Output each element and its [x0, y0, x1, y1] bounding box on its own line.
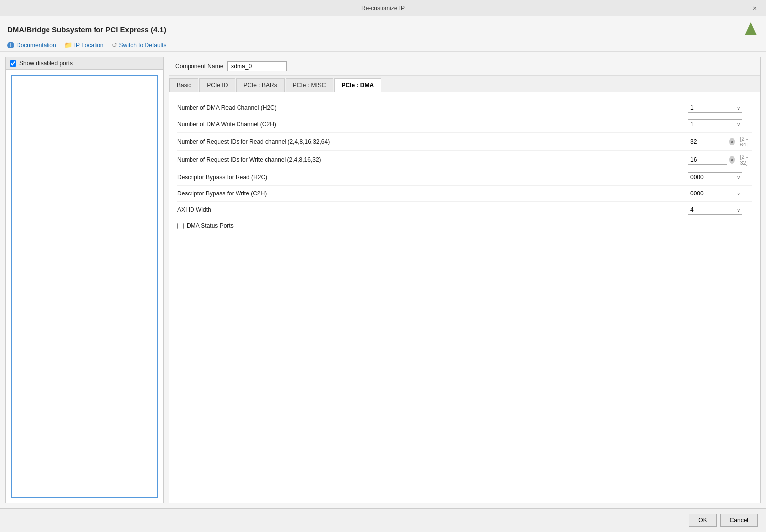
tab-pcie-dma[interactable]: PCIe : DMA	[334, 78, 381, 92]
form-row-desc-bypass-write: Descriptor Bypass for Write (C2H) 0000 0…	[177, 186, 752, 202]
left-panel: Show disabled ports +– +– +– +– +– +– +–…	[5, 57, 164, 503]
ok-button[interactable]: OK	[689, 514, 716, 527]
documentation-button[interactable]: i Documentation	[7, 42, 56, 48]
dma-read-channel-select[interactable]: 1 2 3 4	[688, 103, 742, 113]
folder-icon: 📁	[64, 41, 72, 48]
refresh-icon: ↺	[112, 41, 117, 48]
dma-write-channel-select[interactable]: 1 2 3 4	[688, 119, 742, 129]
dma-status-ports-checkbox[interactable]	[177, 223, 184, 229]
req-ids-write-hint: [2 - 32]	[740, 154, 752, 166]
switch-defaults-label: Switch to Defaults	[119, 42, 167, 48]
tab-basic[interactable]: Basic	[169, 78, 198, 92]
dialog-footer: OK Cancel	[0, 508, 766, 532]
right-panel: Component Name Basic PCIe ID PCIe : BARs…	[169, 57, 761, 503]
dma-read-channel-control: 1 2 3 4	[688, 103, 752, 113]
dma-status-ports-row: DMA Status Ports	[177, 218, 752, 233]
form-row-desc-bypass-read: Descriptor Bypass for Read (H2C) 0000 00…	[177, 169, 752, 186]
axi-id-width-control: 4 8 16	[688, 205, 752, 215]
show-disabled-checkbox[interactable]	[10, 60, 16, 67]
dma-write-channel-select-wrapper: 1 2 3 4	[688, 119, 742, 129]
axi-id-width-label: AXI ID Width	[177, 206, 688, 213]
tab-pcie-misc[interactable]: PCIe : MISC	[286, 78, 334, 92]
form-row-req-ids-write: Number of Request IDs for Write channel …	[177, 151, 752, 169]
tab-content-pcie-dma: Number of DMA Read Channel (H2C) 1 2 3 4	[169, 92, 760, 503]
desc-bypass-read-label: Descriptor Bypass for Read (H2C)	[177, 174, 688, 181]
svg-marker-0	[745, 22, 757, 35]
xilinx-logo-icon	[743, 21, 759, 37]
component-name-label: Component Name	[175, 63, 223, 70]
component-diagram: +– +– +– +– +– +– +– +– +– +– +– +– +– +…	[6, 70, 163, 503]
req-ids-read-control: × [2 - 64]	[688, 136, 752, 147]
component-name-bar: Component Name	[169, 57, 760, 76]
req-ids-read-hint: [2 - 64]	[740, 136, 752, 147]
desc-bypass-write-select[interactable]: 0000 0001 0010 0011	[688, 189, 742, 198]
ip-location-button[interactable]: 📁 IP Location	[64, 41, 104, 48]
axi-id-width-select-wrapper: 4 8 16	[688, 205, 742, 215]
toolbar: i Documentation 📁 IP Location ↺ Switch t…	[7, 41, 759, 48]
show-disabled-label: Show disabled ports	[19, 60, 73, 67]
tabs-bar: Basic PCIe ID PCIe : BARs PCIe : MISC PC…	[169, 76, 760, 92]
tab-pcie-bars[interactable]: PCIe : BARs	[236, 78, 284, 92]
form-row-dma-write-channel: Number of DMA Write Channel (C2H) 1 2 3 …	[177, 116, 752, 133]
axi-id-width-select[interactable]: 4 8 16	[688, 205, 742, 215]
documentation-label: Documentation	[16, 42, 56, 48]
desc-bypass-write-control: 0000 0001 0010 0011	[688, 189, 752, 198]
req-ids-write-input[interactable]	[688, 155, 727, 165]
desc-bypass-read-select-wrapper: 0000 0001 0010 0011	[688, 172, 742, 182]
window-title: Re-customize IP	[16, 5, 750, 12]
dma-write-channel-label: Number of DMA Write Channel (C2H)	[177, 121, 688, 128]
desc-bypass-read-select[interactable]: 0000 0001 0010 0011	[688, 172, 742, 182]
req-ids-write-label: Number of Request IDs for Write channel …	[177, 156, 688, 163]
cancel-button[interactable]: Cancel	[720, 514, 758, 527]
diagram-box: +– +– +– +– +– +– +– +– +– +– +– +– +– +…	[11, 75, 158, 498]
ip-location-label: IP Location	[74, 42, 104, 48]
dma-write-channel-control: 1 2 3 4	[688, 119, 752, 129]
dialog-title-row: DMA/Bridge Subsystem for PCI Express (4.…	[7, 21, 759, 37]
component-name-input[interactable]	[227, 61, 287, 71]
req-ids-read-label: Number of Request IDs for Read channel (…	[177, 138, 688, 145]
dma-read-channel-select-wrapper: 1 2 3 4	[688, 103, 742, 113]
req-ids-read-input[interactable]	[688, 137, 727, 146]
dma-read-channel-label: Number of DMA Read Channel (H2C)	[177, 104, 688, 111]
desc-bypass-write-label: Descriptor Bypass for Write (C2H)	[177, 190, 688, 197]
dialog-window: Re-customize IP × DMA/Bridge Subsystem f…	[0, 0, 766, 532]
form-row-axi-id-width: AXI ID Width 4 8 16	[177, 202, 752, 218]
form-row-req-ids-read: Number of Request IDs for Read channel (…	[177, 133, 752, 151]
req-ids-write-clear-button[interactable]: ×	[729, 156, 735, 164]
title-bar: Re-customize IP ×	[0, 0, 766, 16]
desc-bypass-read-control: 0000 0001 0010 0011	[688, 172, 752, 182]
close-button[interactable]: ×	[750, 3, 760, 13]
info-icon: i	[7, 42, 14, 48]
dialog-title-text: DMA/Bridge Subsystem for PCI Express (4.…	[7, 25, 166, 34]
req-ids-write-control: × [2 - 32]	[688, 154, 752, 166]
req-ids-read-clear-button[interactable]: ×	[729, 138, 735, 145]
dialog-body: Show disabled ports +– +– +– +– +– +– +–…	[0, 52, 766, 508]
show-disabled-bar: Show disabled ports	[6, 57, 163, 70]
dialog-header: DMA/Bridge Subsystem for PCI Express (4.…	[0, 16, 766, 52]
desc-bypass-write-select-wrapper: 0000 0001 0010 0011	[688, 189, 742, 198]
dma-status-ports-label: DMA Status Ports	[187, 222, 234, 229]
tab-pcie-id[interactable]: PCIe ID	[199, 78, 235, 92]
form-row-dma-read-channel: Number of DMA Read Channel (H2C) 1 2 3 4	[177, 100, 752, 116]
switch-defaults-button[interactable]: ↺ Switch to Defaults	[112, 41, 167, 48]
